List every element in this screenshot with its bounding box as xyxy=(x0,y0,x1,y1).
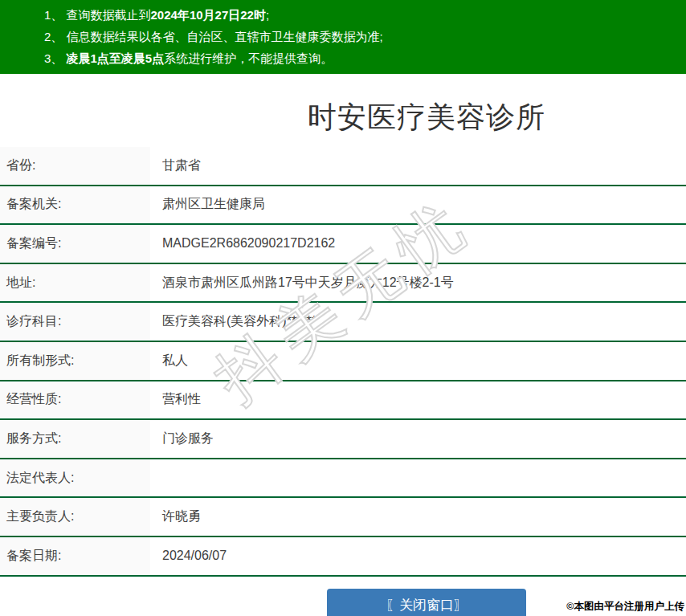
row-value: 肃州区卫生健康局 xyxy=(150,196,686,213)
row-label: 备案编号: xyxy=(0,225,150,263)
row-label: 地址: xyxy=(0,264,150,302)
page-viewport: 1、 查询数据截止到2024年10月27日22时; 2、 信息数据结果以各省、自… xyxy=(0,0,686,616)
table-row-ownership-form: 所有制形式: 私人 xyxy=(0,342,686,381)
row-label: 主要负责人: xyxy=(0,498,150,536)
notice-line-3-bold: 凌晨1点至凌晨5点 xyxy=(67,51,165,65)
table-row-filing-authority: 备案机关: 肃州区卫生健康局 xyxy=(0,186,686,226)
page-content: 1、 查询数据截止到2024年10月27日22时; 2、 信息数据结果以各省、自… xyxy=(0,0,686,616)
row-value: 门诊服务 xyxy=(150,430,686,447)
row-label: 省份: xyxy=(0,147,150,185)
row-label: 诊疗科目: xyxy=(0,303,150,341)
row-label: 经营性质: xyxy=(0,381,150,419)
table-row-address: 地址: 酒泉市肃州区瓜州路17号中天岁月魔方12号楼2-1号 xyxy=(0,264,686,304)
row-label: 服务方式: xyxy=(0,420,150,458)
table-row-filing-number: 备案编号: MADGE2R6862090217D2162 xyxy=(0,225,686,264)
notice-line-2-text: 2、 信息数据结果以各省、自治区、直辖市卫生健康委数据为准; xyxy=(44,30,383,43)
notice-line-1: 1、 查询数据截止到2024年10月27日22时; xyxy=(44,4,686,26)
notice-line-1-bold: 2024年10月27日22时 xyxy=(151,8,266,22)
row-value: MADGE2R6862090217D2162 xyxy=(150,236,686,251)
table-row-principal: 主要负责人: 许晓勇 xyxy=(0,498,686,537)
table-row-province: 省份: 甘肃省 xyxy=(0,147,686,186)
table-row-treatment-subjects: 诊疗科目: 医疗美容科(美容外科)****** xyxy=(0,303,686,342)
row-value: 营利性 xyxy=(150,391,686,408)
upload-attribution-note: ©本图由平台注册用户上传 xyxy=(566,600,684,614)
row-value: 私人 xyxy=(150,353,686,369)
table-row-business-nature: 经营性质: 营利性 xyxy=(0,381,686,421)
record-table: 省份: 甘肃省 备案机关: 肃州区卫生健康局 备案编号: MADGE2R6862… xyxy=(0,147,686,577)
table-row-legal-representative: 法定代表人: xyxy=(0,459,686,499)
row-value: 甘肃省 xyxy=(150,157,686,174)
row-label: 法定代表人: xyxy=(0,459,150,497)
notice-banner: 1、 查询数据截止到2024年10月27日22时; 2、 信息数据结果以各省、自… xyxy=(0,0,686,74)
row-label: 备案机关: xyxy=(0,186,150,224)
row-value: 医疗美容科(美容外科)****** xyxy=(150,313,686,330)
notice-line-3-text: 3、 xyxy=(44,51,67,65)
notice-line-3: 3、 凌晨1点至凌晨5点系统进行维护，不能提供查询。 xyxy=(44,47,686,69)
close-window-button[interactable]: 〖关闭窗口〗 xyxy=(327,589,526,616)
notice-line-2: 2、 信息数据结果以各省、自治区、直辖市卫生健康委数据为准; xyxy=(44,26,686,47)
row-value: 酒泉市肃州区瓜州路17号中天岁月魔方12号楼2-1号 xyxy=(150,275,686,292)
page-title: 时安医疗美容诊所 xyxy=(0,101,686,133)
row-value: 2024/06/07 xyxy=(150,549,686,563)
table-row-service-mode: 服务方式: 门诊服务 xyxy=(0,420,686,459)
row-label: 所有制形式: xyxy=(0,342,150,380)
notice-line-3-tail: 系统进行维护，不能提供查询。 xyxy=(164,51,333,65)
notice-line-1-text: 1、 查询数据截止到 xyxy=(44,8,151,22)
notice-line-1-tail: ; xyxy=(266,8,269,22)
table-row-filing-date: 备案日期: 2024/06/07 xyxy=(0,537,686,577)
row-value: 许晓勇 xyxy=(150,508,686,525)
row-label: 备案日期: xyxy=(0,537,150,575)
